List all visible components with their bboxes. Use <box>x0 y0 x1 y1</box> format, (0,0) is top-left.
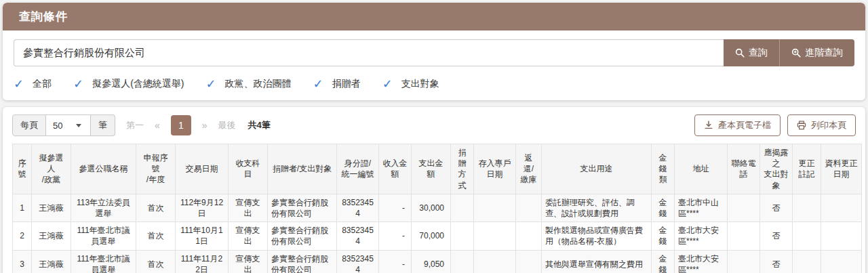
column-header: 捐贈者/支出對象 <box>268 144 337 194</box>
column-header: 返還/ 繳庫 <box>516 144 542 194</box>
table-cell <box>728 194 760 222</box>
table-cell: 參實整合行銷股份有限公司 <box>268 250 337 273</box>
filter-option[interactable]: ✓支出對象 <box>382 78 439 90</box>
table-cell: 首次 <box>136 194 176 222</box>
per-page-value: 50 <box>53 121 62 131</box>
table-cell: 112年9月12日 <box>176 194 229 222</box>
table-cell: 委託辦理研究、評估、調查、設計或規劃費用 <box>542 194 652 222</box>
results-table: 序 號擬參選人 /政黨參選公職名稱申報序號 /年度交易日期收支科目捐贈者/支出對… <box>12 144 862 273</box>
prev-page-link[interactable]: « <box>155 120 160 131</box>
query-panel-header: 查詢條件 <box>3 3 865 30</box>
table-header-row: 序 號擬參選人 /政黨參選公職名稱申報序號 /年度交易日期收支科目捐贈者/支出對… <box>13 144 862 194</box>
table-cell <box>821 194 862 222</box>
query-panel: 查詢條件 查詢 <box>3 3 865 100</box>
last-page-link[interactable]: 最後 <box>218 119 236 131</box>
filter-option[interactable]: ✓擬參選人(含總統選舉) <box>73 78 184 90</box>
filter-option-label: 支出對象 <box>401 78 439 90</box>
table-cell: 首次 <box>136 222 176 250</box>
table-cell <box>451 222 474 250</box>
chevron-down-icon <box>76 124 81 127</box>
table-cell: 參實整合行銷股份有限公司 <box>268 194 337 222</box>
filter-option[interactable]: ✓捐贈者 <box>313 78 361 90</box>
table-cell: 111年10月11日 <box>176 222 229 250</box>
table-cell <box>793 194 821 222</box>
filter-option-label: 捐贈者 <box>332 78 361 90</box>
table-cell <box>516 194 542 222</box>
toolbar-actions: 產本頁電子檔 列印本頁 <box>694 114 856 136</box>
results-table-wrap: 序 號擬參選人 /政黨參選公職名稱申報序號 /年度交易日期收支科目捐贈者/支出對… <box>3 142 865 273</box>
search-button-label: 查詢 <box>749 47 768 59</box>
table-cell: - <box>379 222 412 250</box>
table-cell <box>516 222 542 250</box>
table-row: 2王鴻薇111年臺北市議員選舉首次111年10月11日宣傳支出參實整合行銷股份有… <box>13 222 862 250</box>
download-icon <box>704 121 713 130</box>
column-header: 聯絡電話 <box>728 144 760 194</box>
column-header: 擬參選人 /政黨 <box>32 144 71 194</box>
search-button-group: 查詢 進階查詢 <box>724 39 854 66</box>
table-cell: 臺北市大安區**** <box>675 222 728 250</box>
table-cell: 宣傳支出 <box>229 194 268 222</box>
column-header: 身分證/ 統一編號 <box>337 144 379 194</box>
search-input[interactable] <box>14 39 724 66</box>
column-header: 參選公職名稱 <box>71 144 136 194</box>
column-header: 捐贈 方式 <box>451 144 474 194</box>
table-cell: 宣傳支出 <box>229 222 268 250</box>
column-header: 地址 <box>675 144 728 194</box>
column-header: 存入專戶日期 <box>474 144 516 194</box>
search-button[interactable]: 查詢 <box>724 39 779 66</box>
filter-option-label: 擬參選人(含總統選舉) <box>92 78 184 90</box>
print-page-button-label: 列印本頁 <box>811 119 846 131</box>
table-cell: 其他與選舉宣傳有關之費用 <box>542 250 652 273</box>
table-cell <box>793 250 821 273</box>
table-cell <box>474 194 516 222</box>
check-icon: ✓ <box>14 78 24 90</box>
results-toolbar: 每頁 50 筆 第一 « 1 » 最後 共4筆 <box>3 107 865 142</box>
printer-icon <box>797 121 806 130</box>
table-cell <box>821 222 862 250</box>
per-page-select[interactable]: 50 <box>46 114 91 136</box>
filter-option[interactable]: ✓全部 <box>14 78 52 90</box>
export-page-button[interactable]: 產本頁電子檔 <box>694 114 781 136</box>
table-cell: 首次 <box>136 250 176 273</box>
table-row: 3王鴻薇111年臺北市議員選舉首次111年11月22日宣傳支出參實整合行銷股份有… <box>13 250 862 273</box>
table-cell <box>728 250 760 273</box>
filter-option-label: 全部 <box>33 78 52 90</box>
first-page-link[interactable]: 第一 <box>126 119 144 131</box>
table-cell: - <box>379 194 412 222</box>
table-cell: 臺北市大安區**** <box>675 250 728 273</box>
table-cell: 王鴻薇 <box>32 222 71 250</box>
filter-option[interactable]: ✓政黨、政治團體 <box>206 78 292 90</box>
per-page-label: 每頁 <box>12 114 46 136</box>
pagination: 第一 « 1 » 最後 共4筆 <box>126 115 271 135</box>
results-panel: 每頁 50 筆 第一 « 1 » 最後 共4筆 <box>3 107 865 273</box>
column-header: 收支科目 <box>229 144 268 194</box>
column-header: 序 號 <box>13 144 32 194</box>
check-icon: ✓ <box>382 78 393 90</box>
search-row: 查詢 進階查詢 <box>3 30 865 72</box>
print-page-button[interactable]: 列印本頁 <box>787 114 856 136</box>
current-page-button[interactable]: 1 <box>171 115 191 135</box>
export-page-button-label: 產本頁電子檔 <box>718 119 771 131</box>
advanced-search-button[interactable]: 進階查詢 <box>779 39 854 66</box>
advanced-search-button-label: 進階查詢 <box>805 47 843 59</box>
table-cell: 83523454 <box>337 194 379 222</box>
filter-row: ✓全部✓擬參選人(含總統選舉)✓政黨、政治團體✓捐贈者✓支出對象 <box>3 72 865 100</box>
per-page-unit-label: 筆 <box>91 114 115 136</box>
column-header: 支出用途 <box>542 144 652 194</box>
column-header: 更正註記 <box>793 144 821 194</box>
next-page-link[interactable]: » <box>202 120 208 131</box>
page-title: 查詢條件 <box>19 9 849 24</box>
table-cell: 王鴻薇 <box>32 250 71 273</box>
table-cell: 臺北市中山區**** <box>675 194 728 222</box>
column-header: 收入金額 <box>379 144 412 194</box>
table-cell: 3 <box>13 250 32 273</box>
table-cell: 金錢 <box>652 194 675 222</box>
table-cell: 1 <box>13 194 32 222</box>
table-cell <box>516 250 542 273</box>
page: 查詢條件 查詢 <box>0 0 868 273</box>
table-cell <box>451 194 474 222</box>
table-cell <box>474 250 516 273</box>
per-page-group: 每頁 50 筆 <box>12 114 115 136</box>
table-cell: 金錢 <box>652 222 675 250</box>
check-icon: ✓ <box>73 78 83 90</box>
